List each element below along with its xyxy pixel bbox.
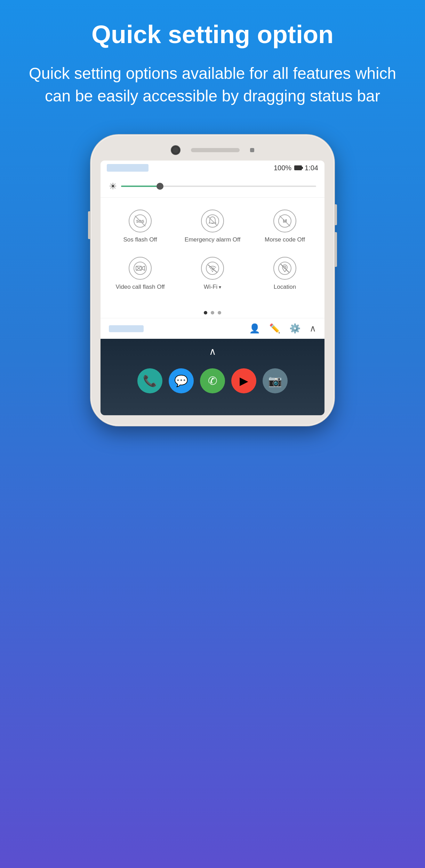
- wifi-label: Wi-Fi: [204, 283, 218, 291]
- tile-sos[interactable]: SOS Sos flash Off: [109, 205, 171, 248]
- phone-shell: 100% 1:04 ☀: [91, 135, 334, 426]
- app-whatsapp[interactable]: ✆: [200, 368, 225, 393]
- tiles-row-1: SOS Sos flash Off: [104, 205, 321, 248]
- svg-line-19: [281, 264, 289, 272]
- app-youtube[interactable]: ▶: [231, 368, 256, 393]
- svg-point-15: [212, 271, 213, 272]
- battery-percent: 100%: [274, 164, 291, 172]
- phone-container: 100% 1:04 ☀: [91, 135, 334, 426]
- volume-left-button: [88, 211, 90, 239]
- clock: 1:04: [305, 164, 318, 172]
- volume-button: [335, 232, 337, 267]
- brightness-slider[interactable]: ☀: [109, 181, 316, 192]
- svg-line-8: [280, 216, 290, 226]
- tile-location[interactable]: Location: [254, 252, 316, 296]
- qs-bottom-icons: 👤 ✏️ ⚙️ ∧: [249, 323, 316, 334]
- edit-icon[interactable]: ✏️: [269, 323, 280, 334]
- emergency-label: Emergency alarm Off: [185, 236, 240, 244]
- phone-top: [101, 145, 324, 155]
- status-right-info: 100% 1:04: [274, 164, 318, 172]
- tile-wifi[interactable]: Wi-Fi ▾: [181, 252, 244, 296]
- header-section: Quick setting option Quick setting optio…: [0, 0, 425, 121]
- speaker: [191, 148, 240, 152]
- wifi-dropdown: ▾: [219, 284, 221, 290]
- front-camera: [171, 145, 181, 155]
- tile-video[interactable]: Video call flash Off: [109, 252, 171, 296]
- phone-screen: 100% 1:04 ☀: [101, 161, 324, 415]
- dot-3: [218, 311, 221, 314]
- slider-thumb: [157, 183, 163, 190]
- brightness-area: ☀: [101, 175, 324, 198]
- tile-emergency[interactable]: Emergency alarm Off: [181, 205, 244, 248]
- tile-morse[interactable]: M Morse code Off: [254, 205, 316, 248]
- home-screen: ∧ 📞 💬 ✆ ▶ 📷: [101, 339, 324, 415]
- power-button: [335, 204, 337, 225]
- location-label: Location: [274, 283, 296, 291]
- emergency-icon: [201, 210, 224, 232]
- subtitle: Quick setting options available for all …: [28, 62, 397, 107]
- app-camera[interactable]: 📷: [263, 368, 288, 393]
- battery-icon: [294, 165, 302, 170]
- person-icon[interactable]: 👤: [249, 323, 260, 334]
- brightness-icon: ☀: [109, 181, 117, 192]
- sos-icon: SOS: [129, 210, 152, 232]
- page-dots: [101, 306, 324, 318]
- slider-fill: [121, 186, 160, 187]
- wifi-icon: [201, 257, 224, 280]
- app-dock: 📞 💬 ✆ ▶ 📷: [132, 363, 293, 399]
- app-phone[interactable]: 📞: [137, 368, 162, 393]
- morse-label: Morse code Off: [265, 236, 305, 244]
- wifi-label-wrap: Wi-Fi ▾: [204, 283, 222, 291]
- location-icon: [273, 257, 296, 280]
- earpiece: [250, 148, 254, 152]
- slider-track: [121, 186, 316, 187]
- home-chevron-up: ∧: [209, 346, 216, 357]
- status-bar: 100% 1:04: [101, 161, 324, 175]
- qs-user-info: [109, 325, 144, 332]
- main-title: Quick setting option: [28, 21, 397, 48]
- settings-icon[interactable]: ⚙️: [289, 323, 300, 334]
- svg-marker-11: [142, 266, 145, 270]
- sos-label: Sos flash Off: [123, 236, 157, 244]
- tiles-row-2: Video call flash Off: [104, 252, 321, 296]
- quick-tiles: SOS Sos flash Off: [101, 198, 324, 306]
- chevron-up-icon[interactable]: ∧: [310, 323, 316, 334]
- dot-2: [211, 311, 214, 314]
- qs-bottom-bar: 👤 ✏️ ⚙️ ∧: [101, 318, 324, 339]
- app-messages[interactable]: 💬: [169, 368, 194, 393]
- video-label: Video call flash Off: [115, 283, 165, 291]
- morse-icon: M: [273, 210, 296, 232]
- video-icon: [129, 257, 152, 280]
- dot-1: [204, 311, 207, 314]
- svg-line-5: [208, 216, 217, 226]
- status-left-info: [107, 164, 149, 172]
